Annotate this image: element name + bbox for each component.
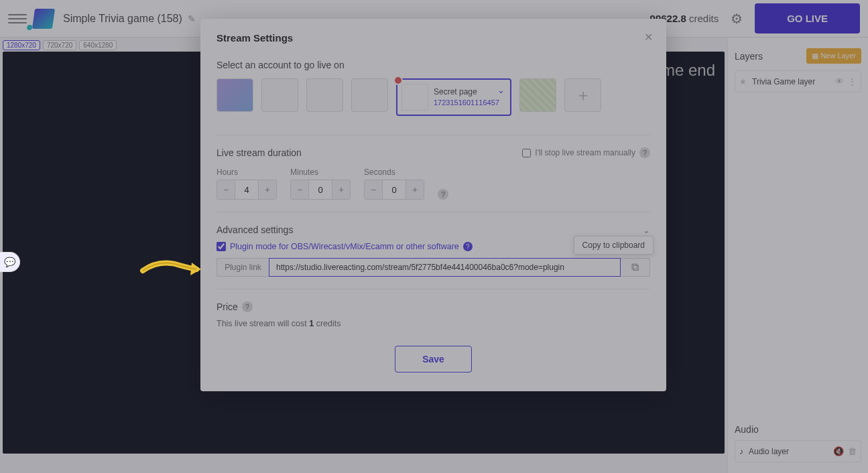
- annotation-arrow: [139, 257, 202, 284]
- chat-tab-icon[interactable]: 💬: [0, 252, 20, 272]
- modal-overlay: [0, 0, 868, 473]
